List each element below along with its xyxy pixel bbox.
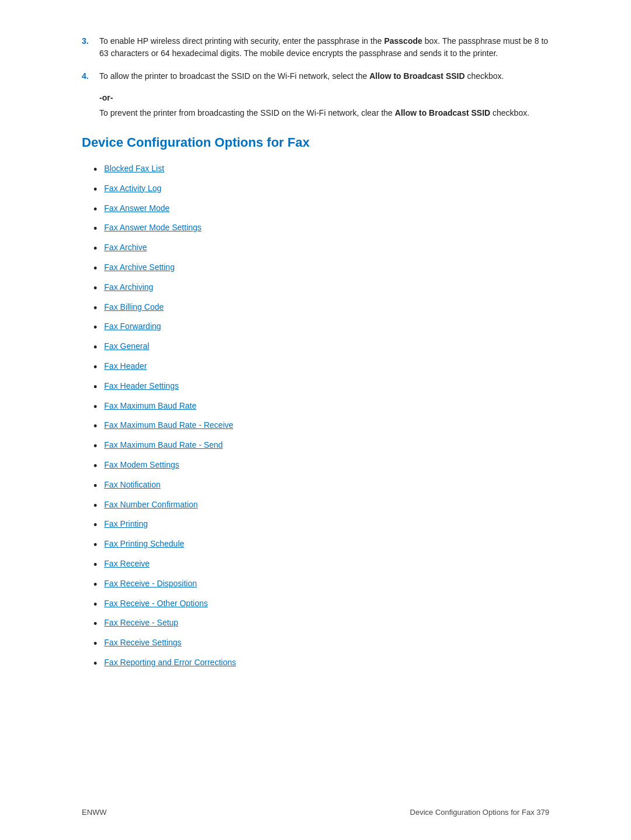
fax-option-link-22[interactable]: Fax Receive - Other Options <box>104 597 207 610</box>
bullet-dot: • <box>93 280 97 297</box>
list-item: •Fax Number Confirmation <box>93 498 549 514</box>
or-block: -or- To prevent the printer from broadca… <box>99 93 549 117</box>
item-3-content: To enable HP wireless direct printing wi… <box>99 35 549 60</box>
list-item: •Fax Receive <box>93 557 549 573</box>
bullet-dot: • <box>93 497 97 514</box>
fax-option-link-0[interactable]: Blocked Fax List <box>104 162 164 175</box>
bullet-dot: • <box>93 517 97 534</box>
fax-option-link-20[interactable]: Fax Receive <box>104 557 150 570</box>
section-heading: Device Configuration Options for Fax <box>82 135 549 150</box>
list-item: •Fax Receive Settings <box>93 636 549 652</box>
allow-broadcast-bold-2: Allow to Broadcast SSID <box>395 108 490 117</box>
fax-option-link-7[interactable]: Fax Billing Code <box>104 300 164 313</box>
fax-option-link-8[interactable]: Fax Forwarding <box>104 320 161 333</box>
fax-option-link-21[interactable]: Fax Receive - Disposition <box>104 577 197 590</box>
bullet-dot: • <box>93 260 97 277</box>
bullet-dot: • <box>93 635 97 652</box>
bullet-dot: • <box>93 616 97 632</box>
fax-options-list: •Blocked Fax List•Fax Activity Log•Fax A… <box>93 162 549 672</box>
list-item: •Fax Printing Schedule <box>93 537 549 554</box>
numbered-item-3: 3. To enable HP wireless direct printing… <box>82 35 549 60</box>
numbered-item-4: 4. To allow the printer to broadcast the… <box>82 70 549 82</box>
list-item: •Fax Receive - Other Options <box>93 597 549 613</box>
page-container: 3. To enable HP wireless direct printing… <box>0 0 631 723</box>
list-item: •Fax Answer Mode <box>93 202 549 218</box>
bullet-dot: • <box>93 300 97 317</box>
list-item: •Fax Billing Code <box>93 300 549 317</box>
bullet-dot: • <box>93 576 97 593</box>
bullet-dot: • <box>93 220 97 237</box>
list-item: •Blocked Fax List <box>93 162 549 178</box>
bullet-dot: • <box>93 596 97 613</box>
or-text: To prevent the printer from broadcasting… <box>99 108 549 117</box>
list-item: •Fax Maximum Baud Rate - Receive <box>93 419 549 435</box>
footer-right: Device Configuration Options for Fax 379 <box>410 808 549 817</box>
list-item: •Fax Maximum Baud Rate - Send <box>93 438 549 455</box>
list-item: •Fax Header <box>93 359 549 376</box>
fax-option-link-23[interactable]: Fax Receive - Setup <box>104 616 178 629</box>
bullet-dot: • <box>93 556 97 573</box>
list-item: •Fax Activity Log <box>93 182 549 198</box>
fax-option-link-4[interactable]: Fax Archive <box>104 241 147 254</box>
list-item: •Fax Modem Settings <box>93 458 549 475</box>
fax-option-link-1[interactable]: Fax Activity Log <box>104 182 161 195</box>
list-item: •Fax Receive - Setup <box>93 616 549 632</box>
item-number-4: 4. <box>82 70 99 82</box>
fax-option-link-18[interactable]: Fax Printing <box>104 517 148 530</box>
fax-option-link-12[interactable]: Fax Maximum Baud Rate <box>104 399 196 412</box>
list-item: •Fax Header Settings <box>93 379 549 396</box>
list-item: •Fax Archive Setting <box>93 261 549 277</box>
list-item: •Fax Archiving <box>93 281 549 297</box>
bullet-dot: • <box>93 438 97 455</box>
list-item: •Fax Reporting and Error Corrections <box>93 656 549 672</box>
bullet-dot: • <box>93 458 97 475</box>
list-item: •Fax Notification <box>93 478 549 495</box>
bullet-dot: • <box>93 240 97 257</box>
fax-option-link-14[interactable]: Fax Maximum Baud Rate - Send <box>104 438 223 451</box>
item-4-content: To allow the printer to broadcast the SS… <box>99 70 549 82</box>
fax-option-link-17[interactable]: Fax Number Confirmation <box>104 498 197 511</box>
bullet-dot: • <box>93 161 97 178</box>
fax-option-link-3[interactable]: Fax Answer Mode Settings <box>104 221 202 234</box>
bullet-dot: • <box>93 399 97 416</box>
fax-option-link-19[interactable]: Fax Printing Schedule <box>104 537 184 550</box>
bullet-dot: • <box>93 379 97 396</box>
list-item: •Fax Maximum Baud Rate <box>93 399 549 416</box>
list-item: •Fax Answer Mode Settings <box>93 221 549 237</box>
bullet-dot: • <box>93 537 97 554</box>
page-footer: ENWW Device Configuration Options for Fa… <box>0 808 631 817</box>
passcode-bold: Passcode <box>384 36 422 46</box>
fax-option-link-6[interactable]: Fax Archiving <box>104 281 153 293</box>
bullet-dot: • <box>93 201 97 218</box>
bullet-dot: • <box>93 319 97 336</box>
bullet-dot: • <box>93 418 97 435</box>
bullet-dot: • <box>93 339 97 356</box>
footer-left: ENWW <box>82 808 107 817</box>
fax-option-link-16[interactable]: Fax Notification <box>104 478 160 491</box>
fax-option-link-5[interactable]: Fax Archive Setting <box>104 261 175 274</box>
fax-option-link-10[interactable]: Fax Header <box>104 359 147 372</box>
fax-option-link-9[interactable]: Fax General <box>104 340 149 352</box>
bullet-dot: • <box>93 359 97 376</box>
item-number-3: 3. <box>82 35 99 60</box>
bullet-dot: • <box>93 478 97 495</box>
fax-option-link-13[interactable]: Fax Maximum Baud Rate - Receive <box>104 419 233 431</box>
list-item: •Fax Forwarding <box>93 320 549 336</box>
list-item: •Fax Printing <box>93 517 549 534</box>
fax-option-link-24[interactable]: Fax Receive Settings <box>104 636 181 649</box>
list-item: •Fax General <box>93 340 549 356</box>
fax-option-link-11[interactable]: Fax Header Settings <box>104 379 179 392</box>
fax-option-link-25[interactable]: Fax Reporting and Error Corrections <box>104 656 236 669</box>
bullet-dot: • <box>93 181 97 198</box>
list-item: •Fax Archive <box>93 241 549 257</box>
fax-option-link-2[interactable]: Fax Answer Mode <box>104 202 169 215</box>
bullet-dot: • <box>93 655 97 672</box>
or-label: -or- <box>99 93 549 102</box>
allow-broadcast-bold: Allow to Broadcast SSID <box>369 71 464 81</box>
list-item: •Fax Receive - Disposition <box>93 577 549 593</box>
fax-option-link-15[interactable]: Fax Modem Settings <box>104 458 179 471</box>
